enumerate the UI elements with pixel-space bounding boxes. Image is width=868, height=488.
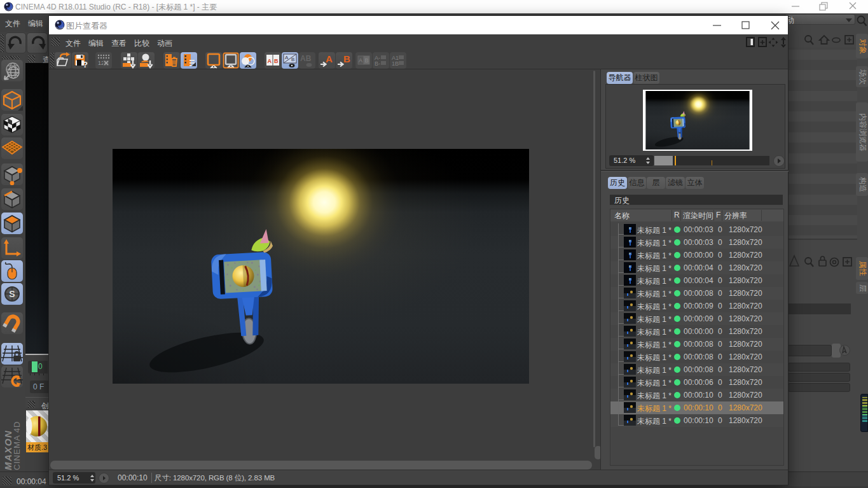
svg-text:AB: AB (300, 54, 312, 63)
svg-text:A: A (285, 55, 289, 60)
svg-text:A: A (268, 58, 272, 64)
svg-text:A: A (359, 57, 362, 64)
svg-text:B: B (365, 57, 369, 64)
svg-text:B: B (291, 57, 294, 62)
svg-text:B: B (343, 53, 350, 64)
svg-text:?: ? (83, 60, 88, 69)
svg-text:1B: 1B (392, 60, 399, 67)
svg-text:B-: B- (375, 60, 380, 67)
svg-text:A: A (326, 53, 333, 64)
svg-text:B: B (274, 58, 279, 64)
svg-text:S: S (9, 289, 15, 299)
